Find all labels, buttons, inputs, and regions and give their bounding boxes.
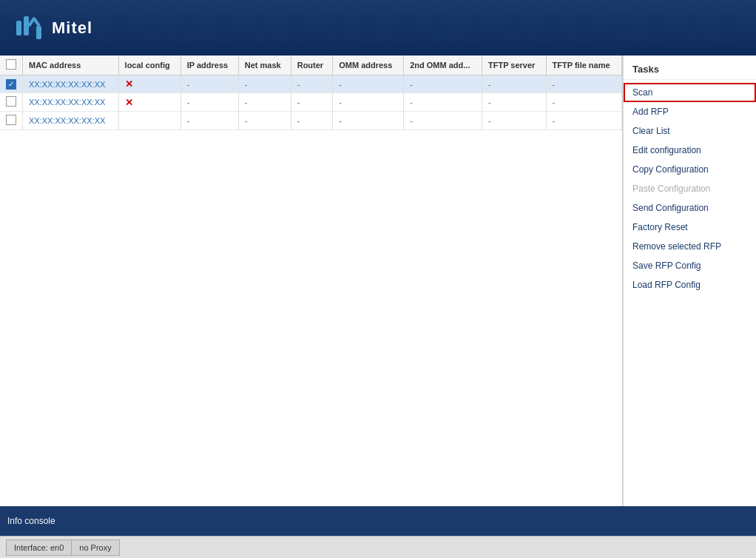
task-item-paste-configuration: Paste Configuration bbox=[624, 179, 756, 198]
row-checkbox[interactable]: ✓ bbox=[0, 75, 23, 93]
cell-omm: - bbox=[333, 112, 404, 130]
cell-omm2: - bbox=[404, 112, 482, 130]
cell-netmask: - bbox=[238, 75, 291, 93]
cell-mac: XX:XX:XX:XX:XX:XX bbox=[23, 75, 119, 93]
cell-omm2: - bbox=[404, 75, 482, 93]
cell-ip: - bbox=[180, 112, 238, 130]
task-item-remove-selected-rfp[interactable]: Remove selected RFP bbox=[624, 237, 756, 256]
svg-rect-1 bbox=[24, 16, 29, 36]
col-tftp: TFTP server bbox=[482, 56, 547, 75]
cell-local-config: ✕ bbox=[118, 75, 180, 93]
select-all-checkbox[interactable] bbox=[6, 59, 16, 70]
logo-area: Mitel bbox=[15, 15, 92, 41]
task-item-save-rfp-config[interactable]: Save RFP Config bbox=[624, 256, 756, 275]
cell-omm: - bbox=[333, 75, 404, 93]
col-omm2: 2nd OMM add... bbox=[404, 56, 482, 75]
table-row[interactable]: XX:XX:XX:XX:XX:XX------- bbox=[0, 112, 622, 130]
cell-tftp-file: - bbox=[546, 112, 621, 130]
rfp-table: MAC address local config IP address Net … bbox=[0, 56, 622, 130]
header: Mitel bbox=[0, 0, 756, 56]
local-config-x: ✕ bbox=[125, 97, 133, 108]
cell-netmask: - bbox=[238, 112, 291, 130]
cell-router: - bbox=[291, 93, 332, 112]
tasks-title: Tasks bbox=[624, 59, 756, 80]
task-item-add-rfp[interactable]: Add RFP bbox=[624, 102, 756, 121]
cell-tftp-file: - bbox=[546, 75, 621, 93]
row-checkbox[interactable] bbox=[0, 112, 23, 130]
info-console-label: Info console bbox=[7, 516, 55, 526]
table-header-row: MAC address local config IP address Net … bbox=[0, 56, 622, 75]
mitel-logo-icon bbox=[15, 15, 44, 41]
checkbox-unchecked[interactable] bbox=[6, 115, 16, 125]
row-checkbox[interactable] bbox=[0, 93, 23, 112]
task-item-clear-list[interactable]: Clear List bbox=[624, 121, 756, 141]
tasks-sidebar: Tasks ScanAdd RFPClear ListEdit configur… bbox=[623, 56, 756, 506]
app-logo-text: Mitel bbox=[52, 19, 92, 38]
cell-router: - bbox=[291, 75, 332, 93]
cell-tftp: - bbox=[482, 112, 547, 130]
cell-local-config bbox=[118, 112, 180, 130]
table-row[interactable]: ✓XX:XX:XX:XX:XX:XX✕------- bbox=[0, 75, 622, 93]
col-local-config: local config bbox=[118, 56, 180, 75]
cell-mac: XX:XX:XX:XX:XX:XX bbox=[23, 112, 119, 130]
main-container: MAC address local config IP address Net … bbox=[0, 56, 756, 506]
cell-tftp: - bbox=[482, 75, 547, 93]
col-router: Router bbox=[291, 56, 332, 75]
cell-omm: - bbox=[333, 93, 404, 112]
task-item-load-rfp-config[interactable]: Load RFP Config bbox=[624, 275, 756, 295]
cell-ip: - bbox=[180, 93, 238, 112]
svg-rect-2 bbox=[36, 26, 41, 39]
tasks-list: ScanAdd RFPClear ListEdit configurationC… bbox=[624, 83, 756, 295]
info-console: Info console bbox=[0, 506, 756, 536]
cell-netmask: - bbox=[238, 93, 291, 112]
interface-status: Interface: en0 bbox=[6, 539, 71, 556]
task-item-scan[interactable]: Scan bbox=[624, 83, 756, 102]
cell-tftp: - bbox=[482, 93, 547, 112]
cell-tftp-file: - bbox=[546, 93, 621, 112]
task-item-edit-configuration[interactable]: Edit configuration bbox=[624, 141, 756, 160]
cell-mac: XX:XX:XX:XX:XX:XX bbox=[23, 93, 119, 112]
cell-ip: - bbox=[180, 75, 238, 93]
checkbox-checked[interactable]: ✓ bbox=[6, 79, 16, 90]
col-mac: MAC address bbox=[23, 56, 119, 75]
status-bar: Interface: en0 no Proxy bbox=[0, 536, 756, 558]
cell-router: - bbox=[291, 112, 332, 130]
task-item-send-configuration[interactable]: Send Configuration bbox=[624, 198, 756, 218]
table-body: ✓XX:XX:XX:XX:XX:XX✕-------XX:XX:XX:XX:XX… bbox=[0, 75, 622, 130]
table-row[interactable]: XX:XX:XX:XX:XX:XX✕------- bbox=[0, 93, 622, 112]
local-config-x: ✕ bbox=[125, 78, 133, 90]
col-ip: IP address bbox=[180, 56, 238, 75]
col-tftp-file: TFTP file name bbox=[546, 56, 621, 75]
proxy-status: no Proxy bbox=[71, 539, 119, 556]
cell-omm2: - bbox=[404, 93, 482, 112]
checkbox-unchecked[interactable] bbox=[6, 96, 16, 107]
col-netmask: Net mask bbox=[238, 56, 291, 75]
cell-local-config: ✕ bbox=[118, 93, 180, 112]
task-item-copy-configuration[interactable]: Copy Configuration bbox=[624, 160, 756, 179]
task-item-factory-reset[interactable]: Factory Reset bbox=[624, 218, 756, 237]
col-omm: OMM address bbox=[333, 56, 404, 75]
table-area: MAC address local config IP address Net … bbox=[0, 56, 623, 506]
col-checkbox[interactable] bbox=[0, 56, 23, 75]
svg-rect-0 bbox=[16, 21, 21, 36]
